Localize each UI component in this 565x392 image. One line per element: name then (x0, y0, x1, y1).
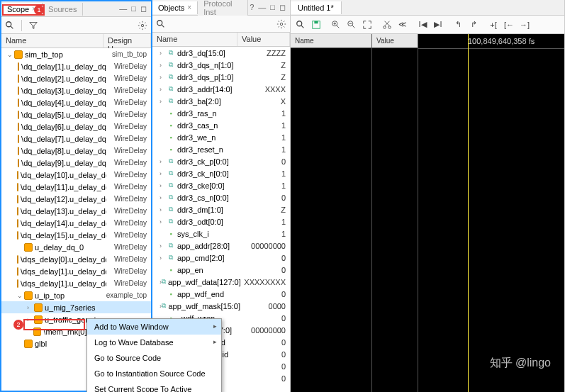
gear-icon[interactable] (137, 20, 148, 31)
expand-caret-icon[interactable]: › (160, 194, 167, 201)
wave-name-column[interactable]: Name (291, 34, 372, 392)
expand-caret-icon[interactable]: › (160, 74, 167, 81)
prev-marker-icon[interactable]: [← (503, 19, 515, 30)
expand-caret-icon[interactable]: › (160, 254, 167, 262)
zoom-out-icon[interactable] (346, 19, 357, 30)
filter-icon[interactable] (28, 20, 39, 31)
tree-row[interactable]: \dqs_delay[1].u_delay_dqWireDelay (1, 277, 151, 289)
go-first-icon[interactable]: I◀ (417, 19, 428, 30)
context-menu-item[interactable]: Add to Wave Window▸ (87, 319, 221, 335)
search-icon[interactable] (4, 20, 16, 31)
tree-row[interactable]: \dq_delay[7].u_delay_dqWireDelay (1, 133, 151, 145)
wave-area[interactable]: 100,849,640,358 fs (418, 34, 564, 392)
signal-row[interactable]: ›⧉app_wdf_mask[15:0]0000 (152, 300, 290, 312)
signal-row[interactable]: ›⧉ddr3_addr[14:0]XXXX (152, 83, 290, 95)
expand-caret-icon[interactable]: › (160, 62, 167, 69)
signal-row[interactable]: ›⧉ddr3_ck_p[0:0]0 (152, 155, 290, 167)
expand-caret-icon[interactable]: › (160, 242, 167, 250)
expand-caret-icon[interactable]: ⌄ (17, 292, 24, 299)
tree-row[interactable]: \dq_delay[4].u_delay_dqWireDelay (1, 96, 151, 108)
tree-row[interactable]: \dq_delay[1].u_delay_dqWireDelay (1, 60, 151, 72)
tree-row[interactable]: \dq_delay[8].u_delay_dqWireDelay (1, 145, 151, 157)
go-last-icon[interactable]: ▶I (432, 19, 444, 30)
tab-sources[interactable]: Sources (43, 3, 83, 16)
signal-row[interactable]: ›⧉ddr3_ba[2:0]X (152, 95, 290, 107)
expand-caret-icon[interactable]: › (160, 158, 167, 165)
next-marker-icon[interactable]: →] (519, 19, 530, 30)
expand-caret-icon[interactable]: ⌄ (7, 51, 14, 58)
tree-row[interactable]: \dq_delay[2].u_delay_dqWireDelay (1, 72, 151, 84)
expand-caret-icon[interactable]: › (160, 170, 167, 177)
context-menu-item[interactable]: Go to Source Code (87, 350, 221, 366)
expand-caret-icon[interactable]: › (160, 218, 167, 225)
signal-row[interactable]: ▪app_wdf_end0 (152, 288, 290, 300)
signal-row[interactable]: ▪ddr3_reset_n1 (152, 143, 290, 155)
signal-row[interactable]: ›⧉ddr3_ck_n[0:0]1 (152, 167, 290, 179)
signal-row[interactable]: ▪app_en0 (152, 264, 290, 276)
signal-row[interactable]: ›⧉ddr3_dq[15:0]ZZZZ (152, 47, 290, 59)
tree-row[interactable]: \dq_delay[12].u_delay_dqWireDelay (1, 193, 151, 205)
col-design[interactable]: Design U... (104, 34, 151, 47)
signal-row[interactable]: ›⧉app_wdf_data[127:0]XXXXXXXX (152, 276, 290, 288)
tree-row[interactable]: \dq_delay[13].u_delay_dqWireDelay (1, 205, 151, 217)
context-menu-item[interactable]: Set Current Scope To Active (87, 381, 221, 392)
minimize-icon[interactable]: — (118, 4, 128, 13)
signal-row[interactable]: ›⧉app_cmd[2:0]0 (152, 252, 290, 264)
tree-row[interactable]: \dqs_delay[1].u_delay_dqWireDelay (1, 265, 151, 277)
signal-row[interactable]: ›⧉ddr3_dm[1:0]Z (152, 203, 290, 215)
signal-row[interactable]: ›⧉ddr3_dqs_n[1:0]Z (152, 59, 290, 71)
tree-row[interactable]: \dq_delay[10].u_delay_dqWireDelay (1, 169, 151, 181)
signal-row[interactable]: ▪ddr3_cas_n1 (152, 119, 290, 131)
search-icon[interactable] (155, 18, 167, 30)
next-edge-icon[interactable]: ↱ (468, 19, 479, 30)
tree-row[interactable]: \dq_delay[3].u_delay_dqWireDelay (1, 84, 151, 96)
signal-row[interactable]: ›⧉app_addr[28:0]00000000 (152, 240, 290, 252)
tab-wave[interactable]: Untitled 1* (291, 1, 342, 14)
tab-objects[interactable]: Objects × (152, 1, 198, 14)
tree-row[interactable]: \dqs_delay[0].u_delay_dqWireDelay (1, 253, 151, 265)
search-icon[interactable] (295, 19, 306, 30)
expand-caret-icon[interactable]: › (160, 98, 167, 105)
zoom-fit-icon[interactable] (362, 19, 373, 30)
expand-caret-icon[interactable]: › (160, 182, 167, 189)
tree-row[interactable]: u_delay_dq_0WireDelay (1, 241, 151, 253)
signal-row[interactable]: ▪sys_clk_i1 (152, 228, 290, 240)
maximize-icon[interactable]: □ (269, 3, 276, 12)
tree-row[interactable]: ⌄sim_tb_topsim_tb_top (1, 48, 151, 60)
context-menu-item[interactable]: Log to Wave Database▸ (87, 335, 221, 350)
tree-row[interactable]: \dq_delay[15].u_delay_dqWireDelay (1, 229, 151, 241)
save-icon[interactable] (311, 19, 322, 30)
expand-caret-icon[interactable]: › (27, 304, 34, 311)
zoom-in-icon[interactable] (330, 19, 342, 30)
tree-row[interactable]: \dq_delay[5].u_delay_dqWireDelay (1, 108, 151, 121)
tree-row[interactable]: \dq_delay[9].u_delay_dqWireDelay (1, 157, 151, 169)
signal-row[interactable]: ›⧉ddr3_cke[0:0]1 (152, 179, 290, 191)
close-icon[interactable]: × (187, 4, 191, 11)
context-menu-item[interactable]: Go to Instantiation Source Code (87, 366, 221, 381)
marker-icon[interactable]: ≪ (397, 19, 408, 30)
signal-row[interactable]: ▪ddr3_we_n1 (152, 131, 290, 143)
context-menu[interactable]: Add to Wave Window▸Log to Wave Database▸… (86, 318, 222, 392)
wave-value-column[interactable]: Value (372, 34, 418, 392)
tree-row[interactable]: \dq_delay[14].u_delay_dqWireDelay (1, 217, 151, 229)
signal-row[interactable]: ›⧉ddr3_dqs_p[1:0]Z (152, 71, 290, 83)
col-name[interactable]: Name (152, 33, 237, 46)
minimize-icon[interactable]: — (257, 3, 267, 12)
col-value[interactable]: Value (237, 33, 290, 46)
tree-row[interactable]: \dq_delay[11].u_delay_dqWireDelay (1, 181, 151, 193)
restore-icon[interactable]: ◻ (278, 3, 287, 12)
expand-caret-icon[interactable]: › (160, 206, 167, 213)
maximize-icon[interactable]: □ (130, 4, 138, 13)
expand-caret-icon[interactable]: › (160, 50, 167, 57)
cut-icon[interactable] (381, 19, 393, 30)
wave-cursor[interactable] (468, 34, 469, 392)
add-marker-icon[interactable]: +[ (488, 19, 499, 30)
expand-caret-icon[interactable]: › (160, 86, 167, 93)
signal-row[interactable]: ▪ddr3_ras_n1 (152, 107, 290, 119)
help-icon[interactable]: ? (248, 3, 255, 12)
col-name[interactable]: Name (1, 34, 104, 47)
signal-row[interactable]: ›⧉ddr3_odt[0:0]1 (152, 215, 290, 228)
prev-edge-icon[interactable]: ↰ (452, 19, 464, 30)
signal-row[interactable]: ›⧉ddr3_cs_n[0:0]0 (152, 191, 290, 203)
tree-row[interactable]: ›u_mig_7series (1, 301, 151, 313)
